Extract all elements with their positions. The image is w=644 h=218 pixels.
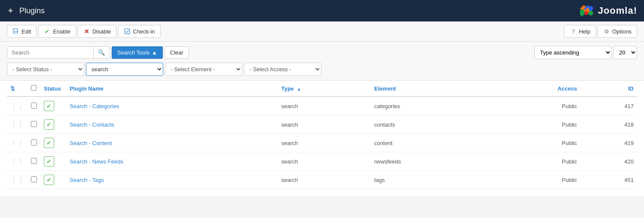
clear-label: Clear <box>170 49 183 56</box>
status-badge[interactable]: ✔ <box>44 119 54 130</box>
id-cell: 420 <box>580 152 637 171</box>
drag-cell[interactable]: ⋮⋮ <box>7 134 27 152</box>
joomla-logo-svg <box>580 3 595 18</box>
table-row: ⋮⋮ ✔ Search - Categories search categori… <box>7 97 637 115</box>
id-cell: 419 <box>580 134 637 152</box>
drag-handle-icon[interactable]: ⋮⋮ <box>10 121 24 128</box>
plugins-table: ⇅ Status Plugin Name Type ▲ Element <box>7 81 637 189</box>
col-status-header[interactable]: Status <box>40 81 66 97</box>
search-row1-left: 🔍 Search Tools ▲ Clear <box>7 46 189 59</box>
table-row: ⋮⋮ ✔ Search - News Feeds search newsfeed… <box>7 152 637 171</box>
drag-handle-icon[interactable]: ⋮⋮ <box>10 176 24 184</box>
status-badge[interactable]: ✔ <box>44 156 54 167</box>
type-cell: search <box>278 152 371 171</box>
plugin-name-link[interactable]: Search - Contacts <box>70 121 114 128</box>
search-input-wrap: 🔍 <box>7 46 110 59</box>
options-icon: ⚙ <box>603 28 610 35</box>
select-all-checkbox[interactable] <box>31 85 37 91</box>
svg-point-2 <box>588 11 593 15</box>
help-button[interactable]: ? Help <box>564 25 596 38</box>
plugin-name-link[interactable]: Search - Tags <box>70 177 104 183</box>
type-filter[interactable]: search - Select Type - <box>86 63 163 76</box>
drag-handle-icon[interactable]: ⋮⋮ <box>10 139 24 147</box>
plugin-name-link[interactable]: Search - Categories <box>70 103 119 109</box>
row-checkbox[interactable] <box>31 121 37 127</box>
element-cell: tags <box>371 171 488 189</box>
access-cell: Public <box>488 97 580 115</box>
sort-wrap: Type ascending Type descending Name asce… <box>534 46 637 59</box>
toolbar: Edit ✔ Enable ✖ Disable Check-in ? Help … <box>0 21 644 42</box>
row-checkbox[interactable] <box>31 103 37 109</box>
enable-button[interactable]: ✔ Enable <box>38 25 76 38</box>
col-type-header[interactable]: Type ▲ <box>278 81 371 97</box>
search-input[interactable] <box>7 47 93 58</box>
status-badge[interactable]: ✔ <box>44 101 54 111</box>
plugin-name-link[interactable]: Search - News Feeds <box>70 158 123 165</box>
col-check-header[interactable] <box>27 81 40 97</box>
element-header-label: Element <box>374 85 396 92</box>
row-checkbox-cell[interactable] <box>27 115 40 134</box>
status-badge[interactable]: ✔ <box>44 175 54 185</box>
access-filter[interactable]: - Select Access - Public <box>244 63 321 76</box>
plugin-name-header-label: Plugin Name <box>70 85 104 92</box>
drag-cell[interactable]: ⋮⋮ <box>7 115 27 134</box>
drag-cell[interactable]: ⋮⋮ <box>7 171 27 189</box>
status-cell: ✔ <box>40 152 66 171</box>
svg-point-3 <box>584 11 588 15</box>
access-cell: Public <box>488 171 580 189</box>
row-checkbox[interactable] <box>31 176 37 182</box>
drag-handle-icon[interactable]: ⋮⋮ <box>10 103 24 110</box>
search-tools-button[interactable]: Search Tools ▲ <box>112 46 163 59</box>
help-label: Help <box>579 28 590 35</box>
table-body: ⋮⋮ ✔ Search - Categories search categori… <box>7 97 637 189</box>
search-tools-caret-icon: ▲ <box>152 49 157 56</box>
joomla-logo: Joomla! <box>580 3 637 18</box>
menu-icon[interactable]: ✦ <box>7 6 14 16</box>
col-element-header[interactable]: Element <box>371 81 488 97</box>
search-submit-icon: 🔍 <box>98 49 105 56</box>
order-icon: ⇅ <box>10 85 15 92</box>
col-id-header[interactable]: ID <box>580 81 637 97</box>
sort-select[interactable]: Type ascending Type descending Name asce… <box>534 46 612 59</box>
row-checkbox-cell[interactable] <box>27 134 40 152</box>
status-badge[interactable]: ✔ <box>44 138 54 148</box>
svg-point-1 <box>588 6 593 11</box>
search-row1: 🔍 Search Tools ▲ Clear Type ascending Ty… <box>7 46 637 59</box>
element-filter[interactable]: - Select Element - <box>165 63 242 76</box>
col-access-header[interactable]: Access <box>488 81 580 97</box>
help-icon: ? <box>570 28 577 35</box>
drag-handle-icon[interactable]: ⋮⋮ <box>10 158 24 165</box>
row-checkbox[interactable] <box>31 158 37 164</box>
search-area: 🔍 Search Tools ▲ Clear Type ascending Ty… <box>0 42 644 81</box>
access-cell: Public <box>488 152 580 171</box>
status-cell: ✔ <box>40 171 66 189</box>
drag-cell[interactable]: ⋮⋮ <box>7 152 27 171</box>
col-name-header[interactable]: Plugin Name <box>66 81 278 97</box>
options-button[interactable]: ⚙ Options <box>598 25 637 38</box>
search-submit-button[interactable]: 🔍 <box>93 47 110 58</box>
plugin-name-link[interactable]: Search - Content <box>70 140 112 146</box>
element-cell: content <box>371 134 488 152</box>
edit-button[interactable]: Edit <box>7 25 37 38</box>
row-checkbox[interactable] <box>31 139 37 145</box>
enable-icon: ✔ <box>44 28 51 35</box>
count-select[interactable]: 20 50 100 <box>613 46 637 59</box>
element-cell: newsfeeds <box>371 152 488 171</box>
checkin-icon <box>124 28 131 35</box>
search-tools-label: Search Tools <box>117 49 150 56</box>
drag-cell[interactable]: ⋮⋮ <box>7 97 27 115</box>
clear-button[interactable]: Clear <box>165 46 189 59</box>
name-cell: Search - Contacts <box>66 115 278 134</box>
disable-label: Disable <box>92 28 111 35</box>
status-cell: ✔ <box>40 115 66 134</box>
status-filter[interactable]: - Select Status - Enabled Disabled <box>7 63 84 76</box>
row-checkbox-cell[interactable] <box>27 97 40 115</box>
row-checkbox-cell[interactable] <box>27 152 40 171</box>
edit-label: Edit <box>21 28 31 35</box>
disable-button[interactable]: ✖ Disable <box>78 25 116 38</box>
row-checkbox-cell[interactable] <box>27 171 40 189</box>
options-label: Options <box>612 28 632 35</box>
checkin-button[interactable]: Check-in <box>118 25 160 38</box>
type-cell: search <box>278 134 371 152</box>
id-cell: 417 <box>580 97 637 115</box>
